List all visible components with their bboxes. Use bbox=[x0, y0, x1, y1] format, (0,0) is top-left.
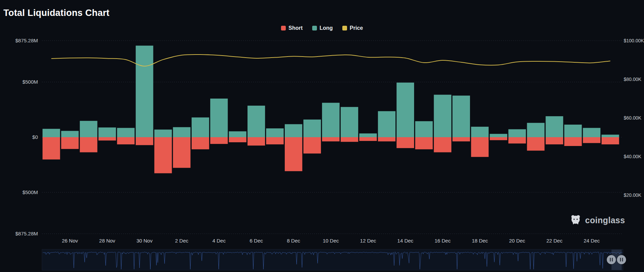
short-bar[interactable] bbox=[99, 137, 116, 141]
short-bar[interactable] bbox=[546, 137, 563, 144]
legend-item-short[interactable]: Short bbox=[281, 25, 303, 31]
x-axis-label: 30 Nov bbox=[136, 238, 153, 244]
long-bar[interactable] bbox=[61, 131, 79, 137]
long-bar[interactable] bbox=[415, 121, 433, 137]
legend-item-long[interactable]: Long bbox=[312, 25, 333, 31]
short-bar[interactable] bbox=[248, 137, 265, 146]
chart-legend: Short Long Price bbox=[0, 25, 644, 31]
x-axis-label: 26 Nov bbox=[62, 238, 78, 244]
long-bar[interactable] bbox=[117, 128, 135, 137]
right-axis-label: $40.00K bbox=[624, 154, 642, 159]
long-bar[interactable] bbox=[452, 96, 470, 137]
right-axis-label: $100.00K bbox=[624, 38, 644, 43]
x-axis-label: 28 Nov bbox=[99, 238, 115, 244]
short-bar[interactable] bbox=[303, 137, 321, 153]
short-bar[interactable] bbox=[341, 137, 358, 142]
x-axis-label: 2 Dec bbox=[175, 238, 189, 244]
x-axis-label: 22 Dec bbox=[546, 238, 563, 244]
x-axis-label: 14 Dec bbox=[397, 238, 413, 244]
x-axis-label: 16 Dec bbox=[434, 238, 451, 244]
price-swatch-icon bbox=[342, 26, 347, 30]
long-bar[interactable] bbox=[471, 127, 489, 137]
short-bar[interactable] bbox=[452, 137, 470, 141]
long-bar[interactable] bbox=[378, 111, 395, 137]
short-bar[interactable] bbox=[583, 137, 601, 143]
long-bar[interactable] bbox=[322, 103, 340, 137]
long-bar[interactable] bbox=[546, 116, 563, 137]
legend-label-price: Price bbox=[350, 25, 363, 31]
short-bar[interactable] bbox=[229, 137, 246, 142]
long-bar[interactable] bbox=[341, 107, 358, 137]
right-axis-label: $80.00K bbox=[624, 77, 642, 82]
long-bar[interactable] bbox=[285, 124, 302, 137]
x-axis-label: 8 Dec bbox=[287, 238, 300, 244]
short-swatch-icon bbox=[281, 26, 286, 30]
short-bar[interactable] bbox=[136, 137, 153, 145]
short-bar[interactable] bbox=[359, 137, 377, 141]
short-bar[interactable] bbox=[266, 137, 284, 144]
long-bar[interactable] bbox=[173, 127, 191, 137]
coinglass-watermark: coinglass bbox=[570, 214, 625, 226]
legend-label-long: Long bbox=[320, 25, 333, 31]
long-bar[interactable] bbox=[192, 118, 209, 137]
long-bar[interactable] bbox=[136, 46, 153, 137]
long-bar[interactable] bbox=[508, 129, 526, 137]
x-axis-label: 6 Dec bbox=[250, 238, 263, 244]
short-bar[interactable] bbox=[43, 137, 60, 160]
long-bar[interactable] bbox=[396, 83, 414, 137]
x-axis-label: 18 Dec bbox=[472, 238, 488, 244]
long-bar[interactable] bbox=[490, 134, 507, 137]
long-bar[interactable] bbox=[248, 106, 265, 137]
navigator-handle-left[interactable] bbox=[607, 255, 616, 264]
long-bar[interactable] bbox=[229, 131, 246, 137]
short-bar[interactable] bbox=[80, 137, 98, 152]
short-bar[interactable] bbox=[322, 137, 340, 141]
right-axis-label: $20.00K bbox=[624, 192, 642, 198]
short-bar[interactable] bbox=[192, 137, 209, 149]
long-bar[interactable] bbox=[80, 121, 98, 137]
long-bar[interactable] bbox=[434, 95, 451, 137]
short-bar[interactable] bbox=[508, 137, 526, 144]
short-bar[interactable] bbox=[173, 137, 191, 168]
short-bar[interactable] bbox=[61, 137, 79, 149]
liquidations-chart: $875.28M$500M$0$500M$875.28M$100.00K$80.… bbox=[0, 0, 644, 272]
app: { "page": { "title": "Total Liquidations… bbox=[0, 0, 644, 272]
long-bar[interactable] bbox=[43, 129, 60, 137]
short-bar[interactable] bbox=[210, 137, 228, 144]
short-bar[interactable] bbox=[490, 137, 507, 140]
long-bar[interactable] bbox=[266, 128, 284, 137]
short-bar[interactable] bbox=[564, 137, 582, 146]
short-bar[interactable] bbox=[434, 137, 451, 152]
short-bar[interactable] bbox=[527, 137, 544, 151]
left-axis-label: $875.28M bbox=[15, 38, 38, 43]
x-axis-label: 10 Dec bbox=[323, 238, 339, 244]
short-bar[interactable] bbox=[471, 137, 489, 157]
x-axis-label: 24 Dec bbox=[584, 238, 600, 244]
short-bar[interactable] bbox=[415, 137, 433, 149]
short-bar[interactable] bbox=[396, 137, 414, 148]
short-bar[interactable] bbox=[285, 137, 302, 171]
short-bar[interactable] bbox=[378, 137, 395, 141]
long-bar[interactable] bbox=[564, 125, 582, 137]
x-axis-label: 12 Dec bbox=[360, 238, 376, 244]
short-bar[interactable] bbox=[117, 137, 135, 144]
long-bar[interactable] bbox=[303, 120, 321, 137]
x-axis-label: 4 Dec bbox=[212, 238, 226, 244]
legend-item-price[interactable]: Price bbox=[342, 25, 363, 31]
short-bar[interactable] bbox=[154, 137, 172, 173]
long-bar[interactable] bbox=[210, 99, 228, 137]
short-bar[interactable] bbox=[602, 137, 619, 144]
navigator-handle-right[interactable] bbox=[617, 255, 626, 264]
long-bar[interactable] bbox=[154, 130, 172, 138]
left-axis-label: $0 bbox=[32, 134, 38, 140]
x-axis-label: 20 Dec bbox=[509, 238, 525, 244]
long-bar[interactable] bbox=[583, 128, 601, 137]
price-line bbox=[51, 55, 610, 66]
left-axis-label: $875.28M bbox=[15, 231, 38, 236]
long-bar[interactable] bbox=[602, 135, 619, 138]
coinglass-logo-text: coinglass bbox=[585, 215, 625, 225]
long-bar[interactable] bbox=[359, 133, 377, 137]
legend-label-short: Short bbox=[288, 25, 303, 31]
long-bar[interactable] bbox=[99, 127, 116, 137]
long-bar[interactable] bbox=[527, 123, 544, 137]
